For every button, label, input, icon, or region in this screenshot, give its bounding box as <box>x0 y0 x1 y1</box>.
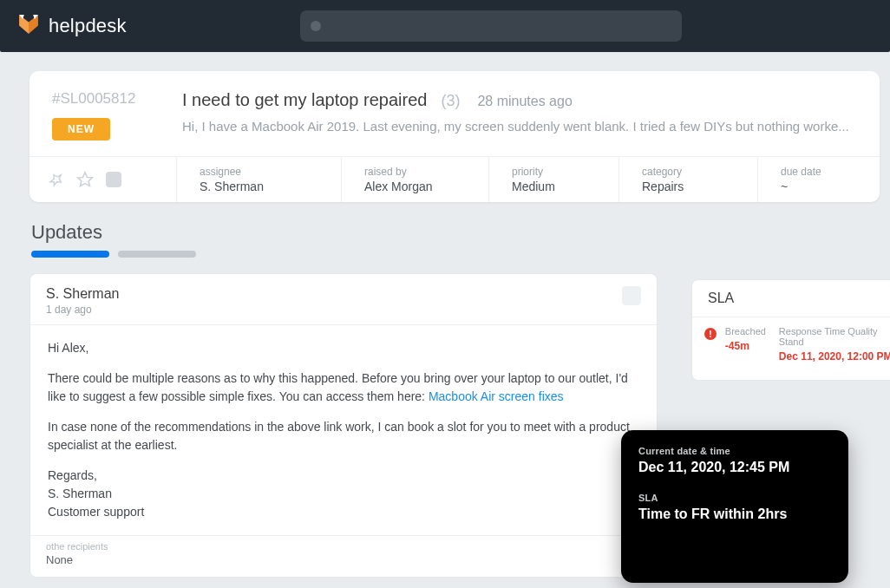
duedate-label: due date <box>781 166 840 178</box>
raisedby-value: Alex Morgan <box>364 180 466 193</box>
sla-delta: -45m <box>725 340 770 352</box>
update-greeting: Hi Alex, <box>48 339 639 357</box>
svg-marker-4 <box>78 173 93 186</box>
pin-icon[interactable] <box>49 172 64 187</box>
select-checkbox[interactable] <box>106 172 121 187</box>
app-name: helpdesk <box>49 15 127 37</box>
signoff-role: Customer support <box>48 505 144 519</box>
update-time: 1 day ago <box>46 304 119 316</box>
update-paragraph-1: There could be multiple reasons as to wh… <box>48 369 639 406</box>
update-signoff: Regards, S. Sherman Customer support <box>48 467 639 521</box>
ticket-title: I need to get my laptop repaired <box>182 90 427 110</box>
sla-standard-time: Dec 11, 2020, 12:00 PM <box>779 350 890 363</box>
ticket-preview: Hi, I have a Macbook Air 2019. Last even… <box>182 119 857 134</box>
updates-progress <box>31 251 890 258</box>
overlay-datetime-value: Dec 11, 2020, 12:45 PM <box>638 460 831 475</box>
svg-marker-0 <box>19 15 29 34</box>
update-body: Hi Alex, There could be multiple reasons… <box>30 325 657 535</box>
update-card: S. Sherman 1 day ago Hi Alex, There coul… <box>29 273 658 578</box>
other-recipients-value: None <box>46 553 641 566</box>
datetime-overlay: Current date & time Dec 11, 2020, 12:45 … <box>621 430 848 583</box>
ticket-card[interactable]: #SL0005812 NEW I need to get my laptop r… <box>29 71 880 202</box>
status-badge: NEW <box>52 118 110 140</box>
search-input[interactable] <box>300 10 682 42</box>
duedate-value: ~ <box>781 180 840 193</box>
fox-logo-icon <box>17 13 40 39</box>
reply-count: (3) <box>441 92 460 110</box>
svg-marker-1 <box>29 15 38 34</box>
ticket-meta-row: assignee S. Sherman raised by Alex Morga… <box>29 156 880 202</box>
alert-icon: ! <box>704 328 717 340</box>
overlay-sla-label: SLA <box>638 493 831 503</box>
update-select-checkbox[interactable] <box>622 286 641 305</box>
brand: helpdesk <box>17 13 127 39</box>
sla-standard-label: Response Time Quality Stand <box>779 326 890 347</box>
topbar: helpdesk <box>0 0 890 52</box>
overlay-datetime-label: Current date & time <box>638 446 831 456</box>
sla-heading: SLA <box>692 280 890 317</box>
update-author: S. Sherman <box>46 286 119 302</box>
category-label: category <box>642 166 735 178</box>
sla-status-label: Breached <box>725 326 770 336</box>
progress-segment <box>118 251 196 258</box>
progress-segment-active <box>31 251 109 258</box>
signoff-name: S. Sherman <box>48 487 112 500</box>
signoff-regards: Regards, <box>48 468 97 482</box>
fixes-link[interactable]: Macbook Air screen fixes <box>429 389 564 403</box>
updates-heading: Updates <box>31 221 890 244</box>
update-paragraph-2: In case none of the recommendations in t… <box>48 418 639 454</box>
ticket-age: 28 minutes ago <box>477 94 572 109</box>
assignee-label: assignee <box>200 166 318 178</box>
ticket-id: #SL0005812 <box>52 90 182 108</box>
priority-value: Medium <box>512 180 596 193</box>
sla-panel: SLA ! Breached -45m Response Time Qualit… <box>691 279 890 381</box>
star-icon[interactable] <box>76 171 94 188</box>
other-recipients-label: othe recipients <box>46 541 641 552</box>
assignee-value: S. Sherman <box>200 180 318 193</box>
category-value: Repairs <box>642 180 735 193</box>
priority-label: priority <box>512 166 596 178</box>
raisedby-label: raised by <box>364 166 466 178</box>
overlay-sla-value: Time to FR within 2hrs <box>638 506 831 522</box>
search-indicator-icon <box>311 21 321 31</box>
